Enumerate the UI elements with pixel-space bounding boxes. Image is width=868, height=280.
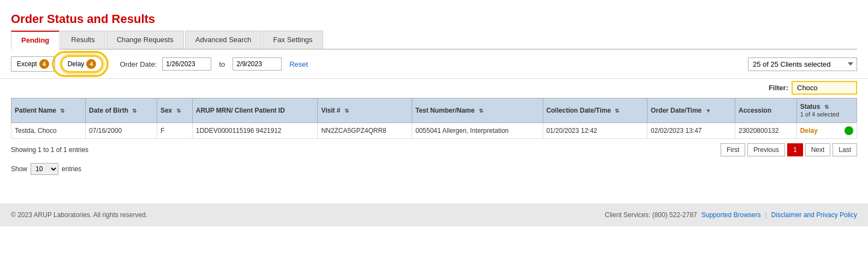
status-sub-label: 1 of 4 selected — [800, 111, 840, 118]
show-entries-row: Show 10 25 50 100 entries — [0, 161, 868, 182]
copyright-text: © 2023 ARUP Laboratories. All rights res… — [11, 211, 147, 219]
cell-status: Delay — [796, 123, 857, 139]
col-accession: Accession — [735, 98, 796, 123]
delay-button[interactable]: Delay 4 — [61, 55, 104, 73]
cell-dob: 07/16/2000 — [86, 123, 157, 139]
footer-divider: | — [765, 211, 766, 219]
cell-order-dt: 02/02/2023 13:47 — [647, 123, 735, 139]
filter-label: Filter: — [769, 84, 788, 92]
tab-change-requests[interactable]: Change Requests — [106, 31, 184, 49]
entries-per-page-select[interactable]: 10 25 50 100 — [31, 163, 58, 175]
cell-collection-dt: 01/20/2023 12:42 — [543, 123, 647, 139]
sort-icon-order-dt[interactable]: ▼ — [706, 108, 711, 114]
col-test-number: Test Number/Name ⇅ — [412, 98, 543, 123]
filter-row: Filter: — [0, 79, 868, 98]
green-circle-icon[interactable] — [845, 126, 853, 135]
sort-icon-status[interactable]: ⇅ — [824, 104, 829, 110]
results-table: Patient Name ⇅ Date of Birth ⇅ Sex ⇅ ARU… — [11, 98, 857, 139]
pagination: First Previous 1 Next Last — [721, 143, 857, 156]
col-collection-dt: Collection Date/Time ⇅ — [543, 98, 647, 123]
table-container: Patient Name ⇅ Date of Birth ⇅ Sex ⇅ ARU… — [0, 98, 868, 139]
delay-badge: 4 — [86, 59, 96, 69]
page-wrapper: Order Status and Results Pending Results… — [0, 0, 868, 280]
showing-entries-text: Showing 1 to 1 of 1 entries — [11, 146, 88, 154]
sort-icon-dob[interactable]: ⇅ — [132, 108, 136, 114]
col-visit: Visit # ⇅ — [318, 98, 412, 123]
except-button[interactable]: Except 4 — [11, 56, 55, 72]
cell-test-number: 0055041 Allergen, Interpretation — [412, 123, 543, 139]
next-page-button[interactable]: Next — [805, 143, 831, 156]
tab-fax-settings[interactable]: Fax Settings — [263, 31, 323, 49]
page-title: Order Status and Results — [11, 7, 857, 31]
toolbar: Except 4 Delay 4 Order Date: to Reset 25… — [0, 50, 868, 79]
col-arup-mrn: ARUP MRN/ Client Patient ID — [192, 98, 318, 123]
entries-info-row: Showing 1 to 1 of 1 entries First Previo… — [0, 139, 868, 161]
date-to-input[interactable] — [233, 57, 282, 71]
table-header-row: Patient Name ⇅ Date of Birth ⇅ Sex ⇅ ARU… — [11, 98, 857, 123]
first-page-button[interactable]: First — [721, 143, 745, 156]
col-status: Status ⇅ 1 of 4 selected — [796, 98, 857, 123]
disclaimer-link[interactable]: Disclaimer and Privacy Policy — [771, 211, 857, 219]
order-date-label: Order Date: — [120, 60, 157, 68]
status-cell: Delay — [800, 126, 853, 135]
date-from-input[interactable] — [162, 57, 211, 71]
sort-icon-collection[interactable]: ⇅ — [615, 108, 619, 114]
current-page-button[interactable]: 1 — [787, 143, 803, 156]
cell-arup-mrn: 1DDEV0000115196 9421912 — [192, 123, 318, 139]
delay-label: Delay — [68, 60, 85, 68]
show-label: Show — [11, 165, 27, 173]
to-label: to — [219, 60, 225, 68]
footer-links: Client Services: (800) 522-2787 Supporte… — [605, 211, 857, 219]
filter-input[interactable] — [792, 81, 857, 95]
sort-icon-sex[interactable]: ⇅ — [176, 108, 181, 114]
previous-page-button[interactable]: Previous — [747, 143, 785, 156]
last-page-button[interactable]: Last — [833, 143, 857, 156]
tabs-bar: Pending Results Change Requests Advanced… — [11, 31, 857, 50]
entries-label: entries — [62, 165, 81, 173]
tab-results[interactable]: Results — [61, 31, 105, 49]
tab-pending[interactable]: Pending — [11, 31, 60, 50]
col-dob: Date of Birth ⇅ — [86, 98, 157, 123]
cell-visit: NN2ZCA5GPZ4QRR8 — [318, 123, 412, 139]
page-header: Order Status and Results Pending Results… — [0, 0, 868, 50]
footer: © 2023 ARUP Laboratories. All rights res… — [0, 203, 868, 226]
cell-accession: 23020800132 — [735, 123, 796, 139]
supported-browsers-link[interactable]: Supported Browsers — [701, 211, 761, 219]
status-delay-text: Delay — [800, 127, 818, 135]
sort-icon-visit[interactable]: ⇅ — [344, 108, 349, 114]
status-header-label: Status ⇅ 1 of 4 selected — [800, 103, 853, 118]
col-sex: Sex ⇅ — [157, 98, 192, 123]
sort-icon-test[interactable]: ⇅ — [479, 108, 483, 114]
delay-highlight: Delay 4 — [61, 55, 104, 73]
client-services-text: Client Services: (800) 522-2787 — [605, 211, 697, 219]
clients-select[interactable]: 25 of 25 Clients selected — [748, 57, 857, 71]
except-label: Except — [17, 60, 37, 68]
col-patient-name: Patient Name ⇅ — [11, 98, 86, 123]
tab-advanced-search[interactable]: Advanced Search — [185, 31, 262, 49]
except-badge: 4 — [39, 59, 49, 69]
col-order-dt: Order Date/Time ▼ — [647, 98, 735, 123]
reset-link[interactable]: Reset — [289, 60, 308, 68]
table-row: Testda, Choco 07/16/2000 F 1DDEV00001151… — [11, 123, 857, 139]
cell-sex: F — [157, 123, 192, 139]
cell-patient-name: Testda, Choco — [11, 123, 86, 139]
sort-icon-patient-name[interactable]: ⇅ — [60, 108, 64, 114]
